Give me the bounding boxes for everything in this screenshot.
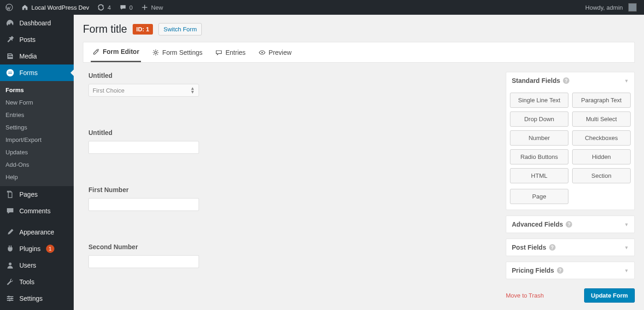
brush-icon	[6, 228, 15, 237]
media-icon	[6, 52, 15, 61]
panel-advanced-fields: Advanced Fields? ▼	[506, 216, 635, 233]
eye-icon	[258, 49, 266, 56]
subnav-entries[interactable]: Entries	[0, 109, 74, 121]
nav-dashboard[interactable]: Dashboard	[0, 15, 74, 31]
add-number[interactable]: Number	[510, 130, 568, 146]
subnav-import-export[interactable]: Import/Export	[0, 134, 74, 146]
field-label: Untitled	[88, 129, 491, 136]
account-link[interactable]: Howdy, admin	[582, 0, 640, 15]
number-input[interactable]	[88, 255, 199, 268]
add-html[interactable]: HTML	[510, 168, 568, 183]
svg-point-6	[155, 51, 157, 53]
tab-preview[interactable]: Preview	[257, 42, 293, 62]
panel-header[interactable]: Pricing Fields? ▼	[506, 262, 634, 279]
add-page[interactable]: Page	[510, 189, 568, 204]
plus-icon	[141, 4, 148, 11]
svg-point-7	[261, 52, 263, 53]
nav-appearance[interactable]: Appearance	[0, 224, 74, 240]
new-label: New	[151, 4, 163, 11]
add-checkboxes[interactable]: Checkboxes	[572, 130, 631, 146]
updates-count: 4	[107, 4, 111, 11]
pin-icon	[6, 35, 15, 44]
svg-point-2	[9, 263, 12, 265]
subnav-addons[interactable]: Add-Ons	[0, 158, 74, 171]
svg-point-1	[6, 69, 14, 76]
form-id-badge: ID: 1	[133, 24, 153, 35]
nav-pages[interactable]: Pages	[0, 186, 74, 203]
edit-icon	[93, 48, 100, 55]
field-number-2[interactable]: Second Number	[88, 243, 491, 268]
sliders-icon	[6, 294, 15, 303]
site-name[interactable]: Local WordPress Dev	[18, 0, 93, 15]
new-link[interactable]: New	[137, 0, 167, 15]
text-input[interactable]	[88, 141, 199, 154]
page-title: Form title	[83, 23, 127, 35]
avatar	[628, 3, 637, 12]
add-multi-select[interactable]: Multi Select	[572, 111, 631, 127]
add-drop-down[interactable]: Drop Down	[510, 111, 568, 127]
panel-header[interactable]: Advanced Fields? ▼	[506, 216, 634, 233]
subnav-new-form[interactable]: New Form	[0, 96, 74, 109]
field-label: Second Number	[88, 243, 491, 251]
add-single-line-text[interactable]: Single Line Text	[510, 93, 568, 108]
number-input[interactable]	[88, 198, 199, 211]
add-hidden[interactable]: Hidden	[572, 149, 631, 164]
add-section[interactable]: Section	[572, 168, 631, 183]
main-content: Form title ID: 1 Switch Form Form Editor…	[74, 0, 644, 310]
field-dropdown[interactable]: Untitled First Choice ▲▼	[88, 72, 491, 97]
tab-form-editor[interactable]: Form Editor	[91, 42, 141, 62]
add-paragraph-text[interactable]: Paragraph Text	[572, 93, 631, 108]
help-icon[interactable]: ?	[566, 221, 572, 228]
help-icon[interactable]: ?	[557, 267, 563, 274]
page-heading: Form title ID: 1 Switch Form	[83, 23, 635, 35]
nav-settings[interactable]: Settings	[0, 290, 74, 307]
panel-header[interactable]: Post Fields? ▼	[506, 239, 634, 256]
plugins-badge: 1	[46, 245, 54, 253]
home-icon	[21, 4, 29, 11]
update-form-button[interactable]: Update Form	[584, 288, 635, 303]
form-canvas: Untitled First Choice ▲▼ Untitled First …	[83, 72, 497, 303]
tab-entries[interactable]: Entries	[213, 42, 247, 62]
switch-form-button[interactable]: Switch Form	[158, 23, 202, 35]
updates-link[interactable]: 4	[94, 0, 114, 15]
panel-standard-fields: Standard Fields? ▼ Single Line Text Para…	[506, 72, 635, 210]
panel-pricing-fields: Pricing Fields? ▼	[506, 262, 635, 279]
comment-icon	[6, 206, 15, 216]
move-to-trash-link[interactable]: Move to Trash	[506, 292, 544, 299]
field-text[interactable]: Untitled	[88, 129, 491, 154]
field-number-1[interactable]: First Number	[88, 186, 491, 211]
admin-bar: Local WordPress Dev 4 0 New Howdy, admin	[0, 0, 644, 15]
dropdown-input[interactable]: First Choice ▲▼	[88, 84, 199, 97]
wrench-icon	[6, 277, 15, 287]
panel-header[interactable]: Standard Fields? ▼	[506, 72, 634, 89]
svg-point-3	[8, 296, 10, 298]
subnav-settings[interactable]: Settings	[0, 121, 74, 134]
comments-link[interactable]: 0	[116, 0, 136, 15]
svg-point-5	[9, 299, 11, 301]
nav-forms[interactable]: Forms	[0, 64, 74, 81]
subnav-help[interactable]: Help	[0, 171, 74, 183]
nav-plugins[interactable]: Plugins1	[0, 240, 74, 257]
user-icon	[6, 261, 15, 270]
wp-logo[interactable]	[2, 0, 17, 15]
add-radio-buttons[interactable]: Radio Buttons	[510, 149, 568, 164]
nav-users[interactable]: Users	[0, 257, 74, 274]
nav-forms-submenu: Forms New Form Entries Settings Import/E…	[0, 81, 74, 186]
help-icon[interactable]: ?	[549, 244, 556, 251]
nav-posts[interactable]: Posts	[0, 31, 74, 48]
field-palette: Standard Fields? ▼ Single Line Text Para…	[506, 72, 635, 303]
help-icon[interactable]: ?	[563, 77, 569, 84]
dropdown-value: First Choice	[93, 87, 124, 94]
subnav-forms[interactable]: Forms	[0, 84, 74, 96]
nav-media[interactable]: Media	[0, 48, 74, 64]
nav-tools[interactable]: Tools	[0, 274, 74, 290]
subnav-updates[interactable]: Updates	[0, 146, 74, 158]
comments-count: 0	[129, 4, 133, 11]
panel-post-fields: Post Fields? ▼	[506, 239, 635, 256]
select-arrows-icon: ▲▼	[190, 87, 195, 94]
tab-form-settings[interactable]: Form Settings	[150, 42, 204, 62]
chevron-down-icon: ▼	[624, 222, 629, 227]
nav-comments[interactable]: Comments	[0, 203, 74, 219]
form-tabs: Form Editor Form Settings Entries Previe…	[83, 42, 635, 63]
gauge-icon	[6, 18, 15, 28]
